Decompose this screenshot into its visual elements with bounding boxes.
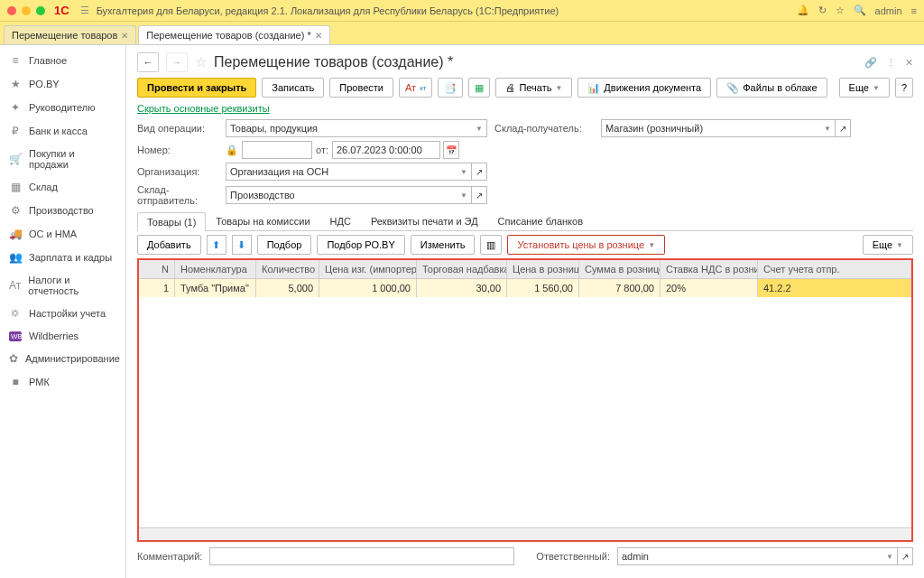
col-vat[interactable]: Ставка НДС в рознице [661,260,758,278]
square-icon: ■ [9,376,22,388]
back-button[interactable]: ← [137,52,159,72]
bell-icon[interactable]: 🔔 [797,5,809,16]
add-button[interactable]: Добавить [137,235,201,255]
search-icon[interactable]: 🔍 [854,5,866,16]
user-label[interactable]: admin [875,5,902,16]
sidebar-item-salary[interactable]: 👥Зарплата и кадры [0,246,125,269]
dt-kt-button[interactable]: Аткт [399,78,432,98]
excel-button[interactable]: ▦ [468,78,490,98]
tab-vat[interactable]: НДС [320,211,361,230]
link-icon[interactable]: 🔗 [864,57,877,69]
sidebar-item-wildberries[interactable]: WBWildberries [0,325,125,347]
grid-icon: ▦ [9,181,22,193]
resp-combo[interactable]: admin▼ [617,547,898,565]
table-more-button[interactable]: Еще ▼ [863,235,913,255]
sidebar-item-admin[interactable]: ✿Администрирование [0,347,125,370]
spark-icon: ✦ [9,101,22,114]
settings-icon[interactable]: ≡ [911,5,917,16]
sidebar-item-taxes[interactable]: АтНалоги и отчетность [0,269,125,302]
col-nad[interactable]: Торговая надбавка [417,260,507,278]
h-scrollbar[interactable] [139,527,911,540]
tab-print[interactable]: Реквизиты печати и ЭД [361,211,488,230]
tab-0[interactable]: Перемещение товаров ✕ [4,25,136,44]
pick-poby-button[interactable]: Подбор PO.BY [317,235,404,255]
sidebar-item-poby[interactable]: ★PO.BY [0,72,125,96]
col-qty[interactable]: Количество [256,260,319,278]
post-button[interactable]: Провести [329,78,393,98]
open-icon[interactable]: ↗ [897,547,913,565]
truck-icon: 🚚 [9,228,22,240]
org-label: Организация: [137,166,218,177]
tab-goods[interactable]: Товары (1) [137,212,206,231]
pick-button[interactable]: Подбор [257,235,312,255]
more-icon[interactable]: ⋮ [886,57,896,69]
cog-icon: ⛭ [9,307,22,320]
open-icon[interactable]: ↗ [471,163,487,181]
goods-table: N Номенклатура Количество Цена изг. (имп… [137,258,913,542]
min-dot[interactable] [22,6,31,15]
sidebar-item-assets[interactable]: 🚚ОС и НМА [0,222,125,246]
sender-label: Склад-отправитель: [137,184,218,206]
sidebar-item-manager[interactable]: ✦Руководителю [0,96,125,119]
sidebar-item-bank[interactable]: ₽Банк и касса [0,119,125,143]
max-dot[interactable] [36,6,45,15]
tab-1[interactable]: Перемещение товаров (создание) * ✕ [138,25,329,44]
print-button[interactable]: 🖨 Печать ▼ [495,78,572,98]
write-button[interactable]: Записать [262,78,324,98]
close-dot[interactable] [7,6,16,15]
move-down-button[interactable]: ⬇ [232,235,252,255]
post-close-button[interactable]: Провести и закрыть [137,78,256,98]
star-icon[interactable]: ☆ [836,5,845,16]
oper-label: Вид операции: [137,123,218,134]
col-ret[interactable]: Цена в рознице [507,260,579,278]
barcode-button[interactable]: ▥ [480,235,502,255]
recipient-combo[interactable]: Магазин (розничный)▼ [601,119,836,137]
sender-combo[interactable]: Производство▼ [226,186,472,204]
open-icon[interactable]: ↗ [471,186,487,204]
calendar-icon[interactable]: 📅 [443,141,459,159]
history-icon[interactable]: ↻ [818,5,827,16]
date-input[interactable]: 26.07.2023 0:00:00 [332,141,440,159]
title-icons: 🔔 ↻ ☆ 🔍 admin ≡ [797,5,917,16]
org-combo[interactable]: Организация на ОСН▼ [226,163,472,181]
oper-combo[interactable]: Товары, продукция▼ [226,119,487,137]
col-sum[interactable]: Сумма в рознице [579,260,661,278]
table-header: N Номенклатура Количество Цена изг. (имп… [139,260,911,279]
col-nom[interactable]: Номенклатура [175,260,256,278]
table-body[interactable]: 1 Тумба "Прима" 5,000 1 000,00 30,00 1 5… [139,279,911,527]
number-input[interactable] [242,141,312,159]
tab-commission[interactable]: Товары на комиссии [206,211,319,230]
sidebar-item-settings[interactable]: ⛭Настройки учета [0,302,125,325]
menu-icon[interactable]: ☰ [80,5,89,16]
sidebar-item-warehouse[interactable]: ▦Склад [0,175,125,199]
sidebar-item-sales[interactable]: 🛒Покупки и продажи [0,143,125,175]
set-retail-button[interactable]: Установить цены в рознице ▼ [507,235,665,255]
report-button[interactable]: 📑 [438,78,463,98]
forward-button[interactable]: → [166,52,188,72]
sidebar-item-production[interactable]: ⚙Производство [0,199,125,222]
lock-icon: 🔒 [226,144,238,156]
tab-blanks[interactable]: Списание бланков [488,211,593,230]
col-imp[interactable]: Цена изг. (импортера) [319,260,417,278]
sidebar-item-main[interactable]: ≡Главное [0,49,125,72]
comment-input[interactable] [209,547,514,565]
more-button[interactable]: Еще ▼ [839,78,890,98]
star-icon: ★ [9,78,22,90]
table-row[interactable]: 1 Тумба "Прима" 5,000 1 000,00 30,00 1 5… [139,279,911,297]
col-acc[interactable]: Счет учета отпр. [758,260,911,278]
close-icon[interactable]: ✕ [121,31,128,41]
col-n[interactable]: N [139,260,175,278]
open-icon[interactable]: ↗ [835,119,851,137]
close-icon[interactable]: ✕ [905,57,913,69]
change-button[interactable]: Изменить [411,235,476,255]
hide-details-link[interactable]: Скрыть основные реквизиты [137,103,913,114]
move-up-button[interactable]: ⬆ [207,235,226,255]
movements-button[interactable]: 📊 Движения документа [578,78,711,98]
main-toolbar: Провести и закрыть Записать Провести Атк… [137,78,913,98]
window-controls [7,6,45,15]
favorite-icon[interactable]: ☆ [195,54,207,70]
cloud-files-button[interactable]: 📎 Файлы в облаке [716,78,827,98]
sidebar-item-rmk[interactable]: ■РМК [0,370,125,394]
help-button[interactable]: ? [895,78,913,98]
close-icon[interactable]: ✕ [315,31,322,41]
